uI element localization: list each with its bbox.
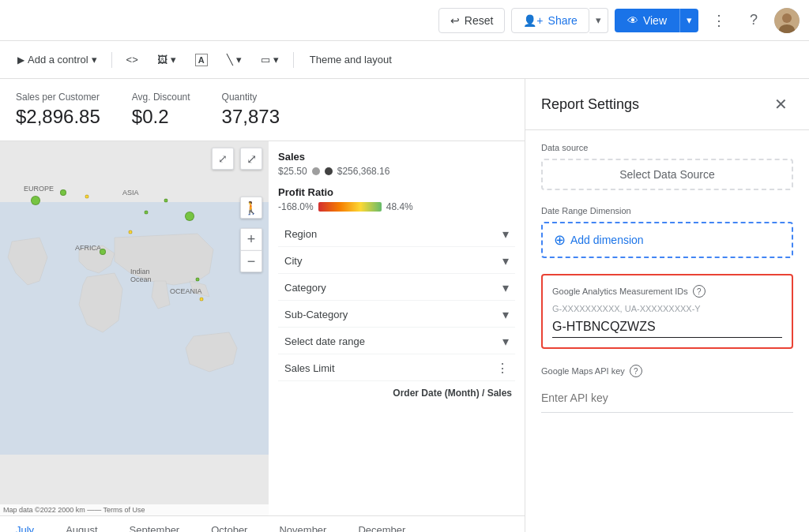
- chart-panel: Sales $25.50 $256,368.16 Profit Ratio -1…: [269, 141, 525, 515]
- share-dropdown-button[interactable]: ▾: [589, 8, 608, 33]
- help-button[interactable]: ?: [739, 6, 768, 35]
- data-source-label: Data source: [541, 143, 793, 152]
- tab-july[interactable]: July: [0, 516, 50, 532]
- ga-input[interactable]: [552, 317, 782, 338]
- bottom-tabs: July August September October November D…: [0, 515, 525, 532]
- view-label: View: [643, 14, 667, 27]
- share-button[interactable]: 👤+ Share: [511, 8, 589, 33]
- profit-section: Profit Ratio -168.0% 48.4%: [278, 186, 515, 212]
- avg-discount-value: $0.2: [132, 106, 190, 128]
- close-icon: ✕: [774, 95, 788, 114]
- add-dimension-icon: ⊕: [554, 231, 566, 249]
- tab-october[interactable]: October: [195, 516, 263, 532]
- tab-november[interactable]: November: [263, 516, 342, 532]
- add-control-chevron: ▾: [92, 54, 97, 66]
- more-options-button[interactable]: ⋮: [705, 6, 733, 35]
- ga-header: Google Analytics Measurement IDs ?: [552, 285, 782, 298]
- add-control-label: Add a control: [28, 54, 88, 66]
- tab-august[interactable]: August: [50, 516, 113, 532]
- maps-label: Google Maps API key: [541, 366, 625, 376]
- filter-region-chevron: ▾: [502, 227, 509, 242]
- api-key-input[interactable]: [541, 384, 793, 413]
- view-dropdown-button[interactable]: ▾: [679, 9, 698, 32]
- filter-category-label: Category: [284, 282, 326, 294]
- main-content: Sales per Customer $2,896.85 Avg. Discou…: [0, 79, 809, 532]
- toolbar-separator-2: [293, 52, 294, 68]
- line-button[interactable]: ╲ ▾: [219, 49, 250, 70]
- shape-chevron: ▾: [273, 54, 279, 66]
- filter-list: Region ▾ City ▾ Category ▾ Sub-Category …: [278, 222, 515, 381]
- zoom-controls: + −: [240, 228, 262, 272]
- avg-discount-label: Avg. Discount: [132, 92, 190, 103]
- add-control-button[interactable]: ▶ Add a control ▾: [9, 49, 105, 70]
- filter-sub-category[interactable]: Sub-Category ▾: [278, 302, 515, 328]
- share-group: 👤+ Share ▾: [511, 8, 608, 33]
- zoom-in-button[interactable]: +: [240, 228, 262, 250]
- ga-help-icon[interactable]: ?: [693, 285, 706, 298]
- map-controls: ⤢: [240, 148, 262, 170]
- map-container[interactable]: EUROPE ASIA AFRICA OCEANIA IndianOcean ⤢: [0, 141, 269, 515]
- shape-button[interactable]: ▭ ▾: [253, 49, 287, 70]
- legend-section: Sales $25.50 $256,368.16: [278, 151, 515, 177]
- filter-sales-limit[interactable]: Sales Limit ⋮: [278, 356, 515, 381]
- filter-date-range[interactable]: Select date range ▾: [278, 329, 515, 354]
- image-button[interactable]: 🖼 ▾: [149, 49, 184, 70]
- filter-region[interactable]: Region ▾: [278, 222, 515, 247]
- view-group: 👁 View ▾: [615, 9, 698, 32]
- date-range-label: Date Range Dimension: [541, 206, 793, 215]
- share-label: Share: [548, 14, 578, 27]
- maps-header: Google Maps API key ?: [541, 365, 793, 377]
- reset-button[interactable]: ↩ Reset: [438, 8, 506, 33]
- reset-icon: ↩: [450, 14, 460, 27]
- filter-category-chevron: ▾: [502, 280, 509, 295]
- panel-title: Report Settings: [541, 96, 639, 113]
- indian-ocean-label: IndianOcean: [130, 268, 152, 283]
- order-date-label: Order Date (Month) / Sales: [278, 388, 515, 399]
- map-dot-8: [100, 249, 106, 255]
- tab-september[interactable]: September: [114, 516, 196, 532]
- profit-gradient: [318, 202, 382, 212]
- ga-section: Google Analytics Measurement IDs ? G-XXX…: [541, 274, 793, 349]
- zoom-out-button[interactable]: −: [240, 250, 262, 272]
- sales-per-customer-label: Sales per Customer: [16, 92, 100, 103]
- map-dot-10: [200, 298, 204, 302]
- avatar[interactable]: [774, 8, 800, 33]
- profit-bar: -168.0% 48.4%: [278, 201, 515, 212]
- stat-sales-per-customer: Sales per Customer $2,896.85: [16, 92, 100, 128]
- profit-max: 48.4%: [386, 201, 413, 212]
- ga-label: Google Analytics Measurement IDs: [552, 287, 688, 296]
- map-dot-9: [196, 278, 200, 282]
- toolbar-separator-1: [111, 52, 112, 68]
- view-button[interactable]: 👁 View: [615, 9, 679, 32]
- filter-city-label: City: [284, 255, 302, 267]
- maps-help-icon[interactable]: ?: [630, 365, 642, 377]
- filter-city[interactable]: City ▾: [278, 249, 515, 274]
- text-button[interactable]: A: [187, 49, 216, 71]
- date-range-section: Date Range Dimension ⊕ Add dimension: [541, 206, 793, 258]
- code-button[interactable]: <>: [119, 49, 146, 70]
- theme-layout-label: Theme and layout: [310, 54, 392, 66]
- stat-quantity: Quantity 37,873: [222, 92, 280, 128]
- add-dimension-button[interactable]: ⊕ Add dimension: [541, 222, 793, 258]
- svg-point-1: [782, 13, 792, 23]
- left-panel: Sales per Customer $2,896.85 Avg. Discou…: [0, 79, 525, 532]
- second-toolbar: ▶ Add a control ▾ <> 🖼 ▾ A ╲ ▾ ▭ ▾ Theme…: [0, 41, 809, 79]
- sales-max: $256,368.16: [337, 166, 390, 177]
- maps-section: Google Maps API key ?: [541, 365, 793, 413]
- street-view-button[interactable]: 🚶: [240, 197, 262, 219]
- filter-date-chevron: ▾: [502, 334, 509, 349]
- view-icon: 👁: [627, 14, 638, 27]
- profit-min: -168.0%: [278, 201, 314, 212]
- filter-category[interactable]: Category ▾: [278, 275, 515, 301]
- close-button[interactable]: ✕: [768, 92, 793, 117]
- filter-sub-category-chevron: ▾: [502, 307, 509, 322]
- expand-button[interactable]: ⤢: [212, 148, 234, 170]
- sales-dot-max: [325, 167, 333, 175]
- right-panel: Report Settings ✕ Data source Select Dat…: [525, 79, 809, 532]
- world-map-svg: [0, 141, 269, 515]
- tab-december[interactable]: December: [342, 516, 421, 532]
- theme-layout-button[interactable]: Theme and layout: [300, 49, 401, 70]
- select-data-source-button[interactable]: Select Data Source: [541, 159, 793, 190]
- map-expand-icon[interactable]: ⤢: [240, 148, 262, 170]
- text-icon: A: [195, 54, 208, 66]
